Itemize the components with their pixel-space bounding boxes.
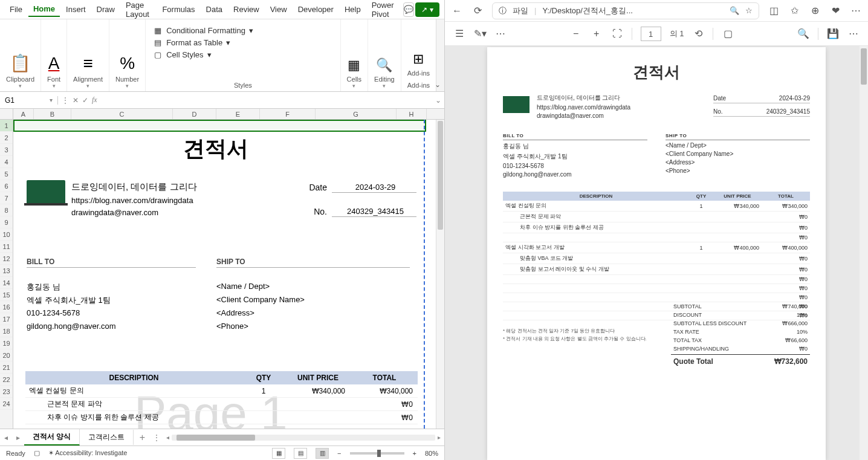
scrollbar-thumb[interactable] [177, 435, 255, 441]
back-button[interactable]: ← [451, 5, 463, 16]
contents-icon[interactable]: ☰ [453, 28, 465, 39]
row-header[interactable]: 14 [0, 277, 13, 289]
comments-button[interactable]: 💬 [403, 2, 414, 17]
sheet-tab-quote[interactable]: 견적서 양식 [24, 429, 80, 445]
zoom-icon[interactable]: 🔍 [730, 6, 739, 15]
settings-icon[interactable]: ⋯ [847, 28, 860, 39]
pdf-viewport[interactable]: 견적서 드로잉데이터, 데이터를 그리다 https://blog.naver.… [445, 46, 868, 460]
row-header[interactable]: 18 [0, 325, 13, 337]
page-view-icon[interactable]: ▢ [722, 28, 734, 39]
macro-record-icon[interactable]: ▢ [34, 449, 40, 457]
group-number[interactable]: % Number ▾ [109, 19, 146, 91]
zoom-in-button[interactable]: + [413, 450, 416, 457]
row-header[interactable]: 21 [0, 361, 13, 374]
row-header[interactable]: 2 [0, 132, 13, 144]
row-header[interactable]: 20 [0, 349, 13, 361]
horizontal-scrollbar[interactable]: ◂ ▸ [163, 434, 444, 441]
next-sheet-button[interactable]: ▸ [12, 433, 24, 442]
col-header-e[interactable]: E [216, 109, 260, 119]
scroll-right-icon[interactable]: ▸ [438, 434, 441, 441]
search-icon[interactable]: 🔍 [797, 28, 809, 39]
row-header[interactable]: 6 [0, 180, 13, 192]
zoom-out-button[interactable]: − [337, 450, 341, 457]
row-header[interactable]: 9 [0, 216, 13, 228]
rotate-icon[interactable]: ⟲ [692, 28, 704, 39]
extensions-icon[interactable]: ❤ [829, 5, 841, 16]
tab-home[interactable]: Home [28, 2, 60, 17]
collapse-ribbon-button[interactable]: ⌄ [435, 80, 441, 89]
page-layout-view-button[interactable]: ▤ [294, 448, 307, 459]
tab-data[interactable]: Data [201, 2, 227, 16]
scroll-left-icon[interactable]: ◂ [166, 434, 169, 441]
zoom-in-button[interactable]: + [591, 28, 603, 39]
accessibility-status[interactable]: ✶ Accessibility: Investigate [48, 449, 128, 457]
group-addins[interactable]: ⊞ Add-ins Add-ins [401, 19, 436, 91]
row-header[interactable]: 10 [0, 228, 13, 241]
zoom-slider[interactable] [350, 452, 404, 455]
favorites-icon[interactable]: ✩ [788, 5, 800, 16]
row-header[interactable]: 11 [0, 241, 13, 253]
row-header[interactable]: 16 [0, 301, 13, 313]
cancel-icon[interactable]: ✕ [73, 96, 79, 105]
tab-file[interactable]: File [5, 2, 27, 16]
tab-draw[interactable]: Draw [92, 2, 120, 16]
format-as-table-button[interactable]: ▤Format as Table ▾ [153, 36, 332, 48]
new-sheet-button[interactable]: + [134, 432, 151, 443]
row-header[interactable]: 12 [0, 253, 13, 265]
tab-view[interactable]: View [265, 2, 292, 16]
group-clipboard[interactable]: 📋 Clipboard ▾ [0, 19, 41, 91]
col-header-d[interactable]: D [173, 109, 216, 119]
row-header[interactable]: 17 [0, 313, 13, 325]
save-icon[interactable]: 💾 [827, 28, 839, 39]
dropdown-icon[interactable]: ⋮ [62, 96, 69, 105]
row-header[interactable]: 22 [0, 374, 13, 386]
sheet-tab-customers[interactable]: 고객리스트 [80, 430, 134, 445]
tab-review[interactable]: Review [228, 2, 264, 16]
fit-width-icon[interactable]: ⛶ [611, 28, 623, 39]
col-header-c[interactable]: C [71, 109, 173, 119]
sheet-menu-button[interactable]: ⋮ [151, 433, 163, 442]
row-header[interactable]: 7 [0, 192, 13, 204]
row-header[interactable]: 1 [0, 120, 13, 132]
col-header-f[interactable]: F [260, 109, 316, 119]
row-header[interactable]: 24 [0, 398, 13, 410]
fx-icon[interactable]: fx [92, 96, 97, 105]
row-header[interactable]: 8 [0, 204, 13, 216]
select-all-corner[interactable] [0, 109, 13, 119]
tab-help[interactable]: Help [340, 2, 366, 16]
col-header-b[interactable]: B [34, 109, 71, 119]
worksheet[interactable]: Page 1 견적서 드로잉데이터, 데이터를 그리다 https://blog… [13, 120, 436, 429]
highlight-icon[interactable]: ✎▾ [474, 28, 486, 39]
address-bar[interactable]: ⓘ 파일 | Y:/Desktop/견적서_홍길... 🔍 ☆ [492, 2, 759, 19]
zoom-level[interactable]: 80% [425, 450, 438, 457]
conditional-formatting-button[interactable]: ▦Conditional Formatting ▾ [153, 24, 332, 36]
share-button[interactable]: ↗▾ [415, 2, 439, 17]
group-cells[interactable]: ▦ Cells ▾ [341, 19, 368, 91]
normal-view-button[interactable]: ▦ [272, 448, 285, 459]
zoom-out-button[interactable]: − [570, 28, 582, 39]
row-header[interactable]: 13 [0, 265, 13, 277]
favorite-icon[interactable]: ☆ [745, 6, 753, 15]
scrollbar-thumb[interactable] [438, 121, 443, 230]
page-number-input[interactable]: 1 [641, 27, 661, 41]
col-header-h[interactable]: H [397, 109, 427, 119]
pdf-scrollbar[interactable] [860, 46, 868, 460]
col-header-g[interactable]: G [316, 109, 397, 119]
tab-insert[interactable]: Insert [61, 2, 91, 16]
group-alignment[interactable]: ≡ Alignment ▾ [67, 19, 109, 91]
name-box[interactable]: G1▾ [0, 96, 58, 105]
tab-page-layout[interactable]: Page Layout [121, 0, 156, 21]
row-header[interactable]: 4 [0, 156, 13, 168]
scrollbar-thumb[interactable] [861, 48, 867, 85]
zoom-knob[interactable] [377, 450, 381, 457]
group-font[interactable]: A Font ▾ [41, 19, 67, 91]
row-header[interactable]: 23 [0, 386, 13, 398]
enter-icon[interactable]: ✓ [82, 96, 88, 105]
row-header[interactable]: 3 [0, 144, 13, 156]
group-editing[interactable]: 🔍 Editing ▾ [368, 19, 401, 91]
prev-sheet-button[interactable]: ◂ [0, 433, 12, 442]
refresh-button[interactable]: ⟳ [471, 5, 484, 16]
collections-icon[interactable]: ⊕ [809, 5, 821, 16]
page-break-view-button[interactable]: ▥ [316, 448, 329, 459]
tab-formulas[interactable]: Formulas [157, 2, 199, 16]
